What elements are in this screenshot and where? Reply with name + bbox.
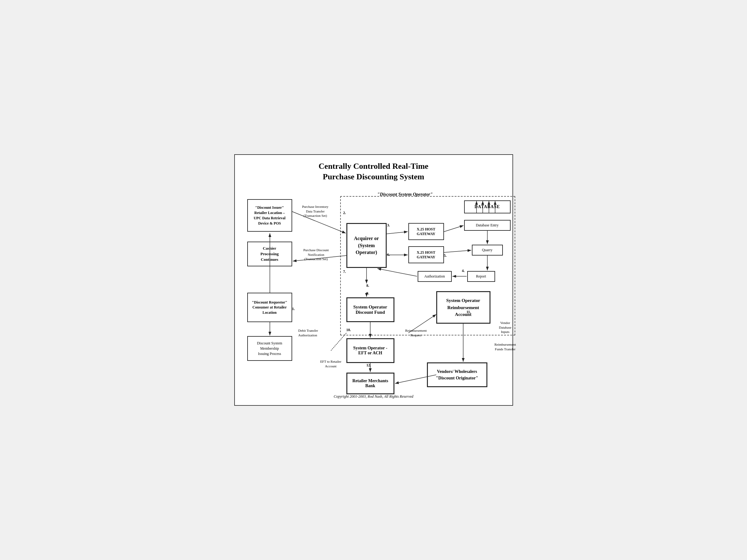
step-4: 4. [462, 269, 465, 273]
database-entry-box: Database Entry [464, 220, 511, 231]
acquirer-box: Acquirer or(SystemOperator) [346, 223, 387, 268]
quarry-label: Quarry [482, 248, 493, 252]
cashier-processing-box: CashierProcessingContinues [247, 242, 292, 266]
dso-label: "Discount System Operator" [377, 192, 433, 197]
step-10: 10. [346, 328, 351, 332]
page-title: Centrally Controlled Real-Time Purchase … [244, 161, 503, 182]
acquirer-label: Acquirer or(SystemOperator) [354, 235, 379, 256]
step-12: 12. [366, 363, 371, 368]
step-7: 7. [343, 269, 346, 274]
so-reimbursement-label: System OperatorReimbursementAccount [446, 297, 480, 318]
copyright: Copyright 2001-2003, Rod Nash, All Right… [244, 394, 503, 399]
eft-retailer-label: EFT to RetailerAccount [318, 359, 343, 368]
reimbursement-funds-label: ReimbursementFunds Transfer [493, 342, 518, 351]
purchase-inventory-label: Purchase InventoryData Transfer(Transact… [292, 205, 339, 218]
membership-box: Discount SystemMembershipIssuing Process [247, 336, 292, 361]
so-eft-box: System Operator -EFT or ACH [346, 338, 394, 363]
so-eft-label: System Operator -EFT or ACH [353, 346, 387, 355]
retailer-bank-box: Retailer MerchantsBank [346, 373, 394, 394]
step-11: 11. [467, 310, 471, 314]
x25-bot-box: X.25 HOSTGATEWAY [408, 246, 444, 263]
vendor-database-label: VendorDatabaseInputs [493, 321, 518, 334]
purchase-discount-label: Purchase DiscountNotification(Transactio… [292, 248, 340, 261]
step-6: 6. [387, 252, 390, 257]
step-1: 1. [292, 306, 295, 311]
step-3: 3. [387, 223, 390, 228]
report-box: Report [467, 271, 495, 282]
so-discount-fund-box: System OperatorDiscount Fund [346, 297, 394, 322]
retailer-bank-label: Retailer MerchantsBank [352, 378, 388, 389]
step-9: 9. [366, 291, 369, 296]
reimbursement-request-label: ReimbursementRequest [399, 328, 433, 337]
page: Centrally Controlled Real-Time Purchase … [234, 154, 513, 406]
authorization-box: Authorization [418, 271, 452, 282]
discount-requestor-box: "Discount Requestor"Consumer at Retailer… [247, 293, 292, 322]
database-entry-label: Database Entry [476, 223, 499, 228]
membership-label: Discount SystemMembershipIssuing Process [257, 341, 282, 356]
x25-top-box: X.25 HOSTGATEWAY [408, 223, 444, 240]
x25-bot-label: X.25 HOSTGATEWAY [417, 250, 435, 260]
cashier-processing-label: CashierProcessingContinues [261, 246, 279, 263]
report-label: Report [476, 274, 486, 279]
discount-requestor-label: "Discount Requestor"Consumer at Retailer… [252, 300, 287, 315]
x25-top-label: X.25 HOSTGATEWAY [417, 227, 435, 236]
quarry-box: Quarry [472, 245, 503, 256]
step-8: 8. [366, 284, 369, 288]
discount-issuer-box: "Discount Issuer"Retailer Location –UPC … [247, 199, 292, 232]
diagram-area: "Discount System Operator" "Discount Iss… [244, 187, 503, 392]
step-2: 2. [343, 211, 346, 215]
so-discount-fund-label: System OperatorDiscount Fund [353, 304, 387, 315]
vendors-label: Vendors/ Wholesalers"Discount Originator… [436, 368, 479, 381]
so-reimbursement-box: System OperatorReimbursementAccount [436, 291, 490, 324]
debit-transfer-label: Debit TransferAuthorization [299, 328, 342, 337]
title-line2: Purchase Discounting System [323, 172, 424, 181]
database-label: DATABASE [474, 205, 500, 209]
discount-issuer-label: "Discount Issuer"Retailer Location –UPC … [254, 205, 286, 226]
step-5: 5. [444, 254, 447, 258]
title-line1: Centrally Controlled Real-Time [318, 162, 428, 171]
authorization-label: Authorization [424, 274, 445, 279]
database-box: DATABASE [464, 201, 511, 213]
vendors-box: Vendors/ Wholesalers"Discount Originator… [427, 363, 487, 387]
